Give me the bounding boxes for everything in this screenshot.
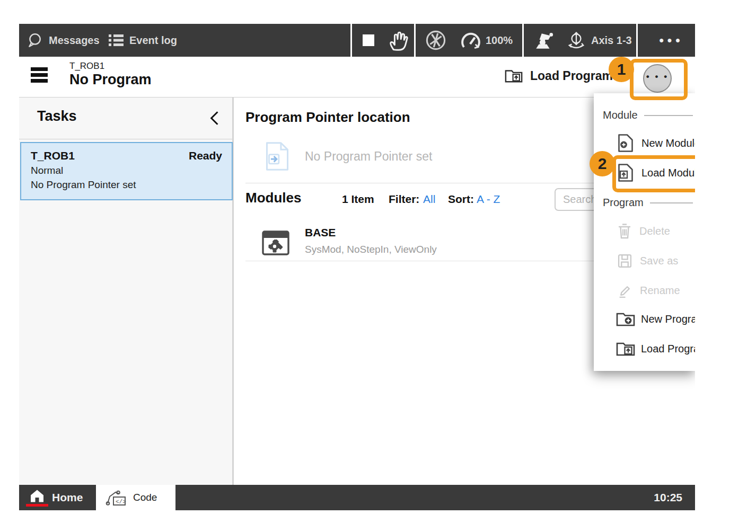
run-control-group	[363, 24, 410, 57]
speedometer-icon	[460, 31, 481, 49]
messages-label: Messages	[49, 34, 100, 47]
load-program-label: Load Program	[530, 69, 613, 83]
tab-code-label: Code	[133, 492, 157, 503]
status-bar: Messages Event log	[19, 24, 695, 57]
task-name: T_ROB1	[31, 149, 75, 162]
manual-mode-hand-icon[interactable]	[386, 29, 410, 52]
tab-home[interactable]: Home	[19, 485, 96, 510]
folder-upload-icon	[505, 68, 523, 83]
sort-value-link[interactable]: A - Z	[477, 193, 500, 206]
statusbar-more-button[interactable]: •••	[648, 24, 695, 57]
menu-item-delete: Delete	[594, 219, 695, 243]
clock: 10:25	[654, 485, 682, 510]
load-program-button[interactable]: Load Program	[505, 68, 613, 83]
stop-icon[interactable]	[363, 34, 374, 46]
tab-code[interactable]: </> Code	[96, 485, 175, 510]
axis-selector-button[interactable]: Axis 1-3	[567, 31, 632, 49]
module-attributes: SysMod, NoStepIn, ViewOnly	[305, 244, 437, 255]
statusbar-divider	[522, 24, 524, 57]
save-icon	[618, 254, 632, 268]
event-log-label: Event log	[129, 34, 177, 47]
page-canvas: Messages Event log	[0, 0, 756, 532]
header-program-title: No Program	[69, 72, 152, 88]
speed-button[interactable]: 100%	[460, 31, 513, 49]
menu-item-label: New Program	[641, 313, 695, 325]
program-pointer-empty-text: No Program Pointer set	[305, 149, 432, 164]
speed-value: 100%	[486, 34, 513, 47]
menu-section-module: Module	[603, 109, 693, 121]
header-more-button[interactable]: • • •	[643, 64, 672, 93]
taskbar: Home </> Code 10:25	[19, 485, 695, 510]
motor-speed-group: 100%	[425, 24, 513, 57]
rename-icon	[618, 283, 632, 298]
menu-item-new-module[interactable]: New Module	[594, 131, 695, 155]
statusbar-divider	[636, 24, 638, 57]
menu-item-label: Rename	[640, 285, 680, 297]
code-app-icon: </>	[104, 489, 127, 507]
task-list-item[interactable]: T_ROB1 Ready Normal No Program Pointer s…	[20, 142, 233, 200]
menu-item-new-program[interactable]: New Program	[594, 307, 695, 331]
statusbar-divider	[350, 24, 352, 57]
module-name[interactable]: BASE	[305, 226, 336, 239]
hamburger-menu-icon[interactable]	[31, 67, 48, 82]
ellipsis-icon: •••	[659, 33, 683, 48]
task-mode: Normal	[31, 165, 222, 176]
svg-text:</>: </>	[116, 499, 126, 505]
flexpendant-screen: Messages Event log	[19, 24, 695, 510]
sort-label: Sort:	[448, 193, 474, 206]
module-icon	[261, 228, 291, 258]
header-task-name: T_ROB1	[69, 61, 104, 72]
menu-item-rename: Rename	[594, 279, 695, 302]
event-log-icon	[108, 33, 124, 47]
menu-item-save-as: Save as	[594, 249, 695, 272]
menu-item-label: Load Program	[641, 343, 695, 355]
modules-title: Modules	[245, 190, 301, 206]
program-pointer-title: Program Pointer location	[245, 109, 410, 126]
menu-item-load-module[interactable]: Load Module	[594, 161, 695, 184]
tab-home-label: Home	[52, 491, 83, 504]
context-menu: Module New Module Load Module Program De…	[594, 93, 695, 371]
event-log-button[interactable]: Event log	[108, 24, 177, 57]
tasks-panel-header: Tasks	[19, 97, 232, 139]
messages-button[interactable]: Messages	[25, 24, 100, 57]
document-upload-icon	[618, 163, 634, 182]
filter-value-link[interactable]: All	[423, 193, 435, 206]
filter-label: Filter:	[389, 193, 419, 206]
statusbar-divider	[414, 24, 416, 57]
task-status: Ready	[189, 149, 222, 162]
menu-item-label: Load Module	[641, 167, 695, 179]
folder-upload-icon	[616, 341, 635, 356]
ellipsis-icon: • • •	[646, 72, 669, 82]
menu-section-program: Program	[603, 197, 693, 209]
task-pointer-status: No Program Pointer set	[31, 179, 222, 191]
motors-off-icon[interactable]	[425, 30, 446, 51]
collapse-panel-button[interactable]	[209, 110, 219, 126]
trash-icon	[618, 223, 631, 239]
tasks-title: Tasks	[37, 108, 77, 125]
menu-item-label: New Module	[641, 137, 695, 149]
menu-item-load-program[interactable]: Load Program	[594, 337, 695, 360]
modules-count: 1 Item	[342, 193, 374, 206]
messages-icon	[25, 32, 43, 48]
axis-icon	[567, 31, 586, 49]
folder-plus-icon	[616, 312, 635, 326]
mechunit-group: Axis 1-3	[534, 24, 632, 57]
home-icon	[30, 489, 45, 507]
menu-item-label: Save as	[640, 255, 678, 267]
axis-label: Axis 1-3	[591, 34, 632, 47]
robot-icon[interactable]	[534, 31, 554, 50]
active-indicator	[26, 504, 48, 507]
program-header: T_ROB1 No Program Load Program • • •	[19, 57, 695, 97]
document-plus-icon	[618, 134, 634, 153]
program-pointer-icon	[265, 141, 289, 172]
tasks-panel: Tasks T_ROB1 Ready Normal No Program Poi…	[19, 97, 234, 485]
menu-item-label: Delete	[639, 225, 670, 237]
